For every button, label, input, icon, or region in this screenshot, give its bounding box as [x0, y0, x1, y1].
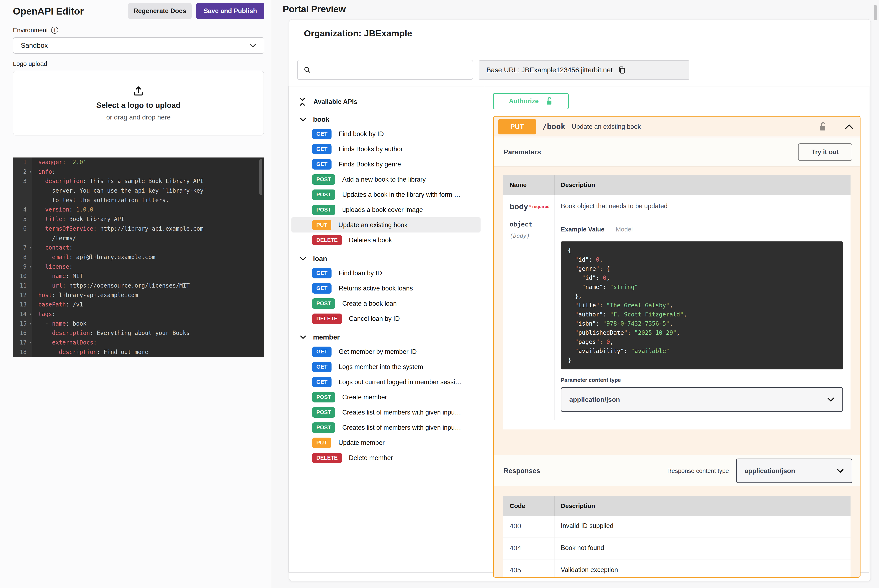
authorize-button[interactable]: Authorize	[493, 93, 569, 109]
collapse-operation-icon[interactable]	[844, 124, 853, 130]
copy-icon[interactable]	[618, 66, 625, 74]
method-badge-get: GET	[312, 377, 332, 387]
code-line: 17▾ externalDocs:	[13, 338, 264, 347]
chevron-down-icon	[249, 43, 257, 48]
example-model-tabs: Example Value Model	[561, 224, 843, 235]
endpoint-row[interactable]: POSTCreate member	[291, 390, 482, 405]
parameter-name: body	[509, 202, 528, 211]
tab-separator	[610, 224, 610, 235]
endpoint-row[interactable]: POSTCreates list of members with given i…	[291, 405, 482, 420]
try-it-out-button[interactable]: Try it out	[798, 143, 852, 161]
endpoint-label: Deletes a book	[349, 237, 392, 244]
endpoint-row[interactable]: GETReturns active book loans	[291, 281, 482, 296]
chevron-down-icon	[837, 468, 844, 473]
method-badge-get: GET	[312, 144, 332, 154]
save-and-publish-button[interactable]: Save and Publish	[196, 3, 264, 19]
method-badge-get: GET	[312, 283, 332, 294]
endpoint-row[interactable]: GETFind book by ID	[291, 126, 482, 141]
responses-rows: 400Invalid ID supplied404Book not found4…	[503, 516, 850, 578]
available-apis-list: Available APIs bookGETFind book by IDGET…	[291, 92, 482, 569]
method-badge-delete: DELETE	[312, 235, 342, 245]
upload-icon	[132, 85, 144, 97]
response-code: 404	[503, 538, 554, 560]
code-line: 6 termsOfService: http://library-api.exa…	[13, 224, 264, 234]
page-scrollbar[interactable]	[874, 5, 877, 20]
endpoint-label: Update an existing book	[338, 221, 407, 229]
endpoint-row[interactable]: GETLogs member into the system	[291, 359, 482, 374]
available-apis-header[interactable]: Available APIs	[291, 92, 482, 108]
api-group-name: loan	[313, 255, 327, 262]
api-group-header-book[interactable]: book	[291, 108, 482, 126]
example-json-block[interactable]: { "id": 0, "genre": { "id": 0, "name": "…	[561, 242, 843, 369]
code-line: 2▾info:	[13, 167, 264, 177]
endpoint-row[interactable]: DELETEDeletes a book	[291, 232, 482, 248]
description-column-header: Description	[554, 182, 595, 189]
code-line: /terms/	[13, 234, 264, 243]
api-groups: bookGETFind book by IDGETFinds Books by …	[291, 108, 482, 465]
endpoint-row[interactable]: PUTUpdate an existing book	[291, 218, 481, 232]
endpoint-row[interactable]: DELETEDelete member	[291, 450, 482, 465]
method-badge-put: PUT	[312, 220, 331, 230]
code-line: 9▾ license:	[13, 262, 264, 272]
endpoint-label: Logs out current logged in member sessi…	[339, 378, 461, 386]
endpoint-row[interactable]: GETFinds Books by author	[291, 141, 482, 157]
endpoint-row[interactable]: GETLogs out current logged in member ses…	[291, 374, 482, 390]
base-url-text: Base URL: JBExample123456.jitterbit.net	[486, 66, 613, 74]
endpoint-label: Creates list of members with given inpu…	[342, 409, 461, 416]
parameter-content-type-select[interactable]: application/json	[561, 387, 843, 412]
code-line: 11 url: https://opensource.org/licenses/…	[13, 281, 264, 291]
api-group-name: book	[313, 116, 329, 123]
code-line: 18 description: Find out more	[13, 347, 264, 357]
tab-example-value[interactable]: Example Value	[561, 226, 604, 233]
code-line: 14▾tags:	[13, 309, 264, 319]
lock-icon[interactable]	[819, 122, 826, 132]
parameter-row: body* required object (body) Book object…	[503, 195, 850, 420]
put-book-operation-panel: PUT /book Update an existing book Parame…	[493, 116, 861, 578]
collapse-all-icon[interactable]	[299, 97, 306, 106]
regenerate-docs-button[interactable]: Regenerate Docs	[128, 3, 192, 19]
editor-scrollbar[interactable]	[259, 159, 262, 195]
method-badge-post: POST	[312, 392, 335, 402]
response-description: Book not found	[554, 538, 604, 560]
endpoint-row[interactable]: POSTAdd a new book to the library	[291, 172, 482, 187]
endpoint-row[interactable]: DELETECancel loan by ID	[291, 311, 482, 326]
code-column-header: Code	[503, 496, 554, 516]
parameters-table-header: Name Description	[503, 175, 850, 195]
code-line: 5 title: Book Library API	[13, 214, 264, 224]
endpoint-row[interactable]: GETGet member by member ID	[291, 344, 482, 359]
endpoint-row[interactable]: POSTuploads a book cover image	[291, 202, 482, 218]
api-group-header-member[interactable]: member	[291, 326, 482, 344]
endpoint-row[interactable]: PUTUpdate member	[291, 435, 482, 450]
endpoint-label: Create a book loan	[342, 300, 397, 307]
endpoint-row[interactable]: POSTCreates list of members with given i…	[291, 420, 482, 435]
parameters-title: Parameters	[503, 148, 541, 156]
tab-model[interactable]: Model	[616, 226, 633, 233]
upload-title: Select a logo to upload	[96, 101, 180, 110]
response-row: 405Validation exception	[503, 560, 850, 578]
logo-upload-dropzone[interactable]: Select a logo to upload or drag and drop…	[13, 70, 264, 135]
api-group-header-loan[interactable]: loan	[291, 248, 482, 266]
code-line: 15▾ - name: book	[13, 319, 264, 328]
endpoint-label: Delete member	[349, 454, 393, 462]
unlock-icon	[545, 97, 553, 105]
method-badge-get: GET	[312, 129, 332, 139]
api-search-input[interactable]	[297, 60, 473, 80]
list-preview-divider	[485, 86, 485, 573]
endpoint-row[interactable]: GETFinds Books by genre	[291, 157, 482, 172]
responses-title: Responses	[503, 467, 540, 475]
response-content-type-select[interactable]: application/json	[736, 459, 852, 483]
yaml-code-editor[interactable]: 1swagger: '2.0'2▾info:3 description: Thi…	[13, 158, 264, 357]
code-line: 1swagger: '2.0'	[13, 158, 264, 167]
chevron-down-icon	[300, 335, 307, 339]
response-code: 405	[503, 560, 554, 578]
endpoint-row[interactable]: GETFind loan by ID	[291, 266, 482, 281]
environment-select[interactable]: Sandbox	[13, 38, 264, 54]
response-content-type-value: application/json	[745, 467, 795, 475]
method-badge-post: POST	[312, 298, 335, 309]
method-badge-post: POST	[312, 422, 335, 433]
endpoint-label: Create member	[342, 393, 387, 401]
endpoint-row[interactable]: POSTCreate a book loan	[291, 296, 482, 311]
endpoint-label: Returns active book loans	[339, 285, 413, 292]
endpoint-row[interactable]: POSTUpdates a book in the library with f…	[291, 187, 482, 202]
operation-header[interactable]: PUT /book Update an existing book	[494, 117, 860, 137]
